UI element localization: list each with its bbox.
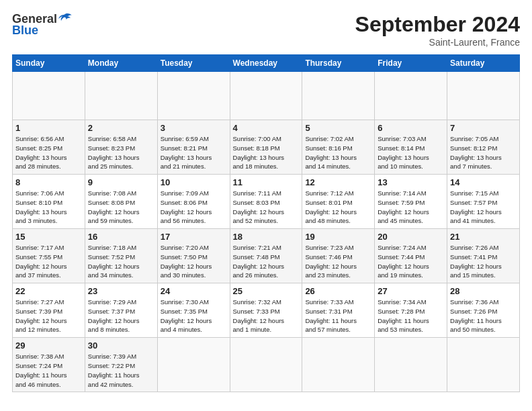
calendar-cell: 18Sunrise: 7:21 AM Sunset: 7:48 PM Dayli…: [230, 229, 302, 283]
calendar-week-row: 15Sunrise: 7:17 AM Sunset: 7:55 PM Dayli…: [13, 229, 520, 283]
day-number: 8: [15, 177, 82, 187]
day-info: Sunrise: 7:29 AM Sunset: 7:37 PM Dayligh…: [88, 298, 154, 334]
calendar-subtitle: Saint-Laurent, France: [355, 37, 520, 48]
day-number: 14: [450, 177, 517, 187]
calendar-week-row: 22Sunrise: 7:27 AM Sunset: 7:39 PM Dayli…: [13, 283, 520, 338]
day-info: Sunrise: 7:17 AM Sunset: 7:55 PM Dayligh…: [15, 243, 82, 280]
day-number: 29: [15, 340, 82, 351]
day-number: 18: [233, 232, 300, 242]
day-number: 19: [305, 232, 371, 242]
day-info: Sunrise: 7:20 AM Sunset: 7:50 PM Dayligh…: [161, 243, 227, 280]
calendar-cell: 1Sunrise: 6:56 AM Sunset: 8:25 PM Daylig…: [13, 120, 85, 175]
day-info: Sunrise: 6:58 AM Sunset: 8:23 PM Dayligh…: [88, 134, 154, 171]
day-number: 27: [378, 286, 444, 296]
day-info: Sunrise: 7:00 AM Sunset: 8:18 PM Dayligh…: [233, 134, 300, 171]
calendar-cell: 24Sunrise: 7:30 AM Sunset: 7:35 PM Dayli…: [157, 283, 230, 338]
calendar-table: Sunday Monday Tuesday Wednesday Thursday…: [12, 54, 520, 392]
calendar-cell: 26Sunrise: 7:33 AM Sunset: 7:31 PM Dayli…: [302, 283, 375, 338]
day-info: Sunrise: 7:32 AM Sunset: 7:33 PM Dayligh…: [233, 298, 300, 334]
calendar-cell: 22Sunrise: 7:27 AM Sunset: 7:39 PM Dayli…: [13, 283, 85, 338]
day-info: Sunrise: 7:03 AM Sunset: 8:14 PM Dayligh…: [378, 134, 444, 171]
calendar-cell: 2Sunrise: 6:58 AM Sunset: 8:23 PM Daylig…: [85, 120, 157, 175]
day-info: Sunrise: 7:18 AM Sunset: 7:52 PM Dayligh…: [88, 243, 154, 280]
day-number: 11: [233, 177, 300, 187]
calendar-cell: 16Sunrise: 7:18 AM Sunset: 7:52 PM Dayli…: [85, 229, 157, 283]
calendar-page: General Blue September 2024 Saint-Lauren…: [0, 0, 532, 411]
col-friday: Friday: [375, 55, 447, 72]
day-info: Sunrise: 7:09 AM Sunset: 8:06 PM Dayligh…: [161, 189, 227, 226]
day-number: 28: [450, 286, 517, 296]
col-monday: Monday: [85, 55, 157, 72]
calendar-cell: 15Sunrise: 7:17 AM Sunset: 7:55 PM Dayli…: [13, 229, 85, 283]
calendar-cell: [375, 72, 447, 120]
day-info: Sunrise: 7:26 AM Sunset: 7:41 PM Dayligh…: [450, 243, 517, 280]
day-number: 17: [161, 232, 227, 242]
day-info: Sunrise: 7:36 AM Sunset: 7:26 PM Dayligh…: [450, 298, 517, 334]
calendar-cell: 12Sunrise: 7:12 AM Sunset: 8:01 PM Dayli…: [302, 175, 375, 229]
day-number: 13: [378, 177, 444, 187]
day-number: 15: [15, 232, 82, 242]
day-info: Sunrise: 7:21 AM Sunset: 7:48 PM Dayligh…: [233, 243, 300, 280]
calendar-week-row: [13, 72, 520, 120]
calendar-week-row: 29Sunrise: 7:38 AM Sunset: 7:24 PM Dayli…: [13, 338, 520, 392]
day-info: Sunrise: 7:24 AM Sunset: 7:44 PM Dayligh…: [378, 243, 444, 280]
day-number: 25: [233, 286, 300, 296]
calendar-cell: 4Sunrise: 7:00 AM Sunset: 8:18 PM Daylig…: [230, 120, 302, 175]
day-info: Sunrise: 7:12 AM Sunset: 8:01 PM Dayligh…: [305, 189, 371, 226]
calendar-cell: [230, 338, 302, 392]
day-number: 4: [233, 123, 300, 133]
calendar-cell: 11Sunrise: 7:11 AM Sunset: 8:03 PM Dayli…: [230, 175, 302, 229]
calendar-cell: 21Sunrise: 7:26 AM Sunset: 7:41 PM Dayli…: [447, 229, 520, 283]
title-block: September 2024 Saint-Laurent, France: [355, 12, 520, 48]
col-wednesday: Wednesday: [230, 55, 302, 72]
calendar-cell: 17Sunrise: 7:20 AM Sunset: 7:50 PM Dayli…: [157, 229, 230, 283]
day-number: 6: [378, 123, 444, 133]
calendar-cell: [447, 72, 520, 120]
day-number: 23: [88, 286, 154, 296]
day-number: 22: [15, 286, 82, 296]
day-number: 10: [161, 177, 227, 187]
calendar-cell: [447, 338, 520, 392]
calendar-cell: 6Sunrise: 7:03 AM Sunset: 8:14 PM Daylig…: [375, 120, 447, 175]
day-info: Sunrise: 7:02 AM Sunset: 8:16 PM Dayligh…: [305, 134, 371, 171]
calendar-cell: [375, 338, 447, 392]
day-info: Sunrise: 7:08 AM Sunset: 8:08 PM Dayligh…: [88, 189, 154, 226]
day-number: 9: [88, 177, 154, 187]
calendar-cell: 20Sunrise: 7:24 AM Sunset: 7:44 PM Dayli…: [375, 229, 447, 283]
day-number: 20: [378, 232, 444, 242]
calendar-cell: [157, 338, 230, 392]
day-number: 30: [88, 340, 154, 351]
day-number: 3: [161, 123, 227, 133]
logo: General Blue: [12, 12, 72, 38]
day-info: Sunrise: 7:30 AM Sunset: 7:35 PM Dayligh…: [161, 298, 227, 334]
day-info: Sunrise: 7:39 AM Sunset: 7:22 PM Dayligh…: [88, 352, 154, 389]
day-info: Sunrise: 7:06 AM Sunset: 8:10 PM Dayligh…: [15, 189, 82, 226]
day-info: Sunrise: 7:05 AM Sunset: 8:12 PM Dayligh…: [450, 134, 517, 171]
calendar-week-row: 1Sunrise: 6:56 AM Sunset: 8:25 PM Daylig…: [13, 120, 520, 175]
calendar-cell: 25Sunrise: 7:32 AM Sunset: 7:33 PM Dayli…: [230, 283, 302, 338]
calendar-cell: 30Sunrise: 7:39 AM Sunset: 7:22 PM Dayli…: [85, 338, 157, 392]
calendar-cell: 14Sunrise: 7:15 AM Sunset: 7:57 PM Dayli…: [447, 175, 520, 229]
day-number: 16: [88, 232, 154, 242]
calendar-cell: 13Sunrise: 7:14 AM Sunset: 7:59 PM Dayli…: [375, 175, 447, 229]
day-number: 24: [161, 286, 227, 296]
calendar-cell: [157, 72, 230, 120]
calendar-cell: [13, 72, 85, 120]
day-info: Sunrise: 7:38 AM Sunset: 7:24 PM Dayligh…: [15, 352, 82, 389]
day-number: 2: [88, 123, 154, 133]
day-info: Sunrise: 7:23 AM Sunset: 7:46 PM Dayligh…: [305, 243, 371, 280]
calendar-cell: 23Sunrise: 7:29 AM Sunset: 7:37 PM Dayli…: [85, 283, 157, 338]
col-sunday: Sunday: [13, 55, 85, 72]
calendar-cell: 27Sunrise: 7:34 AM Sunset: 7:28 PM Dayli…: [375, 283, 447, 338]
day-info: Sunrise: 7:15 AM Sunset: 7:57 PM Dayligh…: [450, 189, 517, 226]
logo-blue-text: Blue: [12, 24, 38, 38]
calendar-week-row: 8Sunrise: 7:06 AM Sunset: 8:10 PM Daylig…: [13, 175, 520, 229]
day-number: 21: [450, 232, 517, 242]
calendar-cell: 5Sunrise: 7:02 AM Sunset: 8:16 PM Daylig…: [302, 120, 375, 175]
calendar-title: September 2024: [355, 12, 520, 37]
calendar-cell: 8Sunrise: 7:06 AM Sunset: 8:10 PM Daylig…: [13, 175, 85, 229]
calendar-cell: [85, 72, 157, 120]
header-row: Sunday Monday Tuesday Wednesday Thursday…: [13, 55, 520, 72]
day-number: 5: [305, 123, 371, 133]
day-number: 12: [305, 177, 371, 187]
